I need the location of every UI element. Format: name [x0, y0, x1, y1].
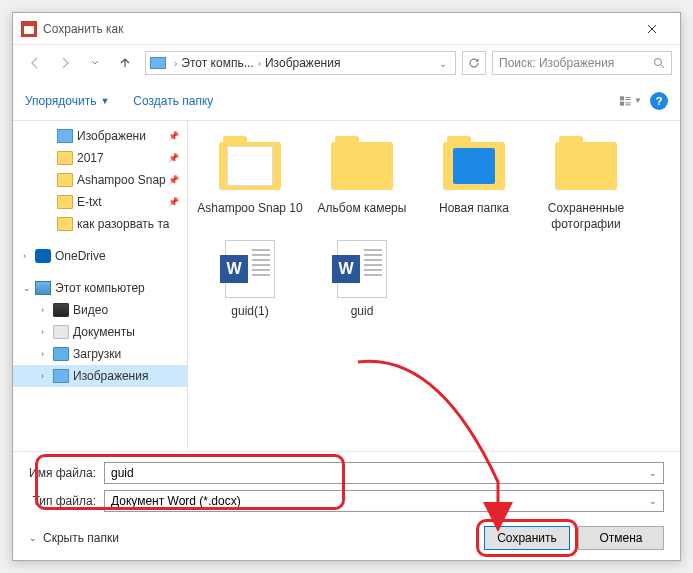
- chevron-down-icon: ⌄: [649, 468, 657, 478]
- word-doc-icon: [225, 240, 275, 298]
- file-name-label: Новая папка: [439, 201, 509, 217]
- filename-input[interactable]: guid⌄: [104, 462, 664, 484]
- pin-icon: 📌: [168, 197, 179, 207]
- chevron-down-icon: ▼: [634, 96, 642, 105]
- bc-sep-icon: ›: [174, 58, 177, 69]
- close-button[interactable]: [632, 15, 672, 43]
- doc-icon: [53, 325, 69, 339]
- refresh-icon: [468, 57, 480, 69]
- navbar: › Этот компь... › Изображения ⌄ Поиск: И…: [13, 45, 680, 81]
- sidebar: ›Изображени📌›2017📌›Ashampoo Snap📌›E-txt📌…: [13, 121, 188, 451]
- svg-rect-2: [620, 96, 624, 100]
- chevron-down-icon: [90, 58, 100, 68]
- search-input[interactable]: Поиск: Изображения: [492, 51, 672, 75]
- filename-row: Имя файла: guid⌄: [29, 462, 664, 484]
- bc-item[interactable]: Изображения: [265, 56, 340, 70]
- sidebar-item[interactable]: ›Видео: [13, 299, 187, 321]
- file-name-label: guid(1): [231, 304, 268, 320]
- sidebar-item-label: как разорвать та: [77, 217, 169, 231]
- tree-arrow-icon[interactable]: ⌄: [23, 283, 35, 293]
- view-icon: [620, 94, 632, 108]
- tree-arrow-icon[interactable]: ›: [41, 327, 53, 337]
- sidebar-item[interactable]: ⌄Этот компьютер: [13, 277, 187, 299]
- chevron-down-icon[interactable]: ⌄: [439, 58, 447, 69]
- sidebar-item-label: OneDrive: [55, 249, 106, 263]
- chevron-down-icon: ⌄: [649, 496, 657, 506]
- folder-icon: [443, 142, 505, 190]
- new-folder-button[interactable]: Создать папку: [133, 94, 213, 108]
- search-placeholder: Поиск: Изображения: [499, 56, 614, 70]
- sidebar-item-label: Изображения: [73, 369, 148, 383]
- file-name-label: Альбом камеры: [318, 201, 407, 217]
- sidebar-item[interactable]: ›Ashampoo Snap📌: [13, 169, 187, 191]
- pc-icon: [35, 281, 51, 295]
- folder-icon: [57, 217, 73, 231]
- filename-label: Имя файла:: [29, 466, 104, 480]
- toolbar: Упорядочить▼ Создать папку ▼ ?: [13, 81, 680, 121]
- file-item[interactable]: Альбом камеры: [308, 137, 416, 232]
- refresh-button[interactable]: [462, 51, 486, 75]
- sidebar-item-label: Видео: [73, 303, 108, 317]
- content-area[interactable]: Ashampoo Snap 10Альбом камерыНовая папка…: [188, 121, 680, 451]
- svg-rect-4: [625, 98, 630, 99]
- svg-rect-5: [620, 101, 624, 105]
- breadcrumb[interactable]: › Этот компь... › Изображения ⌄: [145, 51, 456, 75]
- cancel-button[interactable]: Отмена: [578, 526, 664, 550]
- titlebar: Сохранить как: [13, 13, 680, 45]
- sidebar-item[interactable]: ›Изображения: [13, 365, 187, 387]
- help-button[interactable]: ?: [650, 92, 668, 110]
- sidebar-item[interactable]: ›Изображени📌: [13, 125, 187, 147]
- tree-arrow-icon[interactable]: ›: [41, 349, 53, 359]
- sidebar-item[interactable]: ›E-txt📌: [13, 191, 187, 213]
- file-name-label: guid: [351, 304, 374, 320]
- pin-icon: 📌: [168, 153, 179, 163]
- organize-menu[interactable]: Упорядочить▼: [25, 94, 109, 108]
- sidebar-item-label: Изображени: [77, 129, 146, 143]
- bottom-row: ⌄Скрыть папки Сохранить Отмена: [29, 526, 664, 550]
- view-menu[interactable]: ▼: [620, 90, 642, 112]
- sidebar-item[interactable]: ›как разорвать та: [13, 213, 187, 235]
- sidebar-item-label: Документы: [73, 325, 135, 339]
- file-item[interactable]: guid: [308, 240, 416, 320]
- up-button[interactable]: [111, 49, 139, 77]
- tree-arrow-icon[interactable]: ›: [23, 251, 35, 261]
- file-item[interactable]: Ashampoo Snap 10: [196, 137, 304, 232]
- sidebar-item-label: Этот компьютер: [55, 281, 145, 295]
- sidebar-item[interactable]: ›OneDrive: [13, 245, 187, 267]
- sidebar-item[interactable]: ›2017📌: [13, 147, 187, 169]
- arrow-up-icon: [118, 56, 132, 70]
- app-icon: [21, 21, 37, 37]
- sidebar-item[interactable]: ›Загрузки: [13, 343, 187, 365]
- svg-rect-3: [625, 96, 630, 97]
- svg-point-1: [655, 59, 662, 66]
- word-doc-icon: [337, 240, 387, 298]
- window-title: Сохранить как: [43, 22, 632, 36]
- hide-folders-button[interactable]: ⌄Скрыть папки: [29, 531, 119, 545]
- chevron-down-icon: ▼: [100, 96, 109, 106]
- forward-button[interactable]: [51, 49, 79, 77]
- sidebar-item-label: 2017: [77, 151, 104, 165]
- img-icon: [57, 129, 73, 143]
- file-item[interactable]: Новая папка: [420, 137, 528, 232]
- file-item[interactable]: guid(1): [196, 240, 304, 320]
- filetype-row: Тип файла: Документ Word (*.docx)⌄: [29, 490, 664, 512]
- chevron-down-icon: ⌄: [29, 533, 37, 543]
- file-name-label: Сохраненные фотографии: [532, 201, 640, 232]
- pin-icon: 📌: [168, 175, 179, 185]
- back-button[interactable]: [21, 49, 49, 77]
- sidebar-item[interactable]: ›Документы: [13, 321, 187, 343]
- filetype-select[interactable]: Документ Word (*.docx)⌄: [104, 490, 664, 512]
- folder-icon: [555, 142, 617, 190]
- footer: Имя файла: guid⌄ Тип файла: Документ Wor…: [13, 451, 680, 560]
- tree-arrow-icon[interactable]: ›: [41, 305, 53, 315]
- video-icon: [53, 303, 69, 317]
- bc-item[interactable]: Этот компь...: [181, 56, 253, 70]
- pin-icon: 📌: [168, 131, 179, 141]
- close-icon: [647, 24, 657, 34]
- sidebar-item-label: E-txt: [77, 195, 102, 209]
- recent-button[interactable]: [81, 49, 109, 77]
- save-button[interactable]: Сохранить: [484, 526, 570, 550]
- tree-arrow-icon[interactable]: ›: [41, 371, 53, 381]
- sidebar-item-label: Загрузки: [73, 347, 121, 361]
- file-item[interactable]: Сохраненные фотографии: [532, 137, 640, 232]
